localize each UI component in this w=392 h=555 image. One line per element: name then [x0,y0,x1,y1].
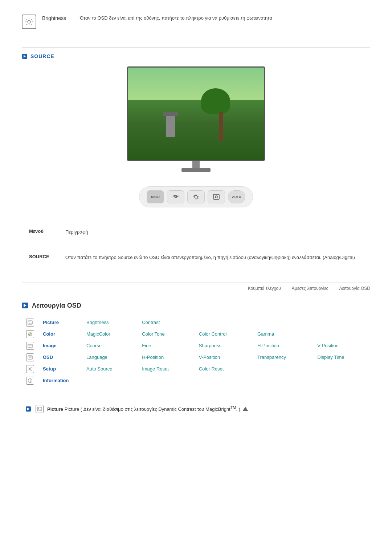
auto-button[interactable]: AUTO [228,190,245,203]
monitor-wrapper: SAMSUNG [127,66,265,172]
color-reset-link[interactable]: Color Reset [199,366,224,372]
color-menu-name: Color [43,331,55,337]
osd-menu-icon [28,355,33,360]
color-control-cell: Color Control [195,328,253,340]
picture-icon [28,320,33,325]
contrast-link[interactable]: Contrast [142,320,160,325]
svg-point-20 [215,196,217,198]
color-control-link[interactable]: Color Control [199,331,227,337]
table-row: Color MagicColor Color Tone Color Contro… [22,328,370,340]
table-row: OSD Language H-Position V-Position Trans… [22,352,370,363]
coarse-link[interactable]: Coarse [86,343,102,348]
info-icon-box [26,377,34,385]
divider-1 [22,47,370,48]
table-row: Picture Brightness Contrast [22,317,370,328]
source-menu-cell: SOURCE [29,254,65,262]
brightness-link[interactable]: Brightness [86,320,109,325]
osd-transparency-cell: Transparency [253,352,313,363]
information-menu-name: Information [43,378,69,383]
color-tone-cell: Color Tone [138,328,195,340]
image-hposition-link[interactable]: H-Position [257,343,279,348]
description-column-header: Περιγραφή [65,228,363,236]
image-reset-link[interactable]: Image Reset [142,366,169,372]
brightness-description: Όταν το OSD δεν είναι επί της οθόνης, πα… [80,15,370,22]
source-table-section: Μενού Περιγραφή SOURCE Όταν πατάτε το πλ… [22,218,370,272]
brightness-up-button[interactable] [187,190,205,203]
color-menu-cell: Color [38,328,82,340]
gamma-link[interactable]: Gamma [257,331,274,337]
picture-menu-name: Picture [43,320,59,325]
table-row: Setup Auto Source Image Reset Color Rese… [22,363,370,375]
table-row: Image Coarse Fine Sharpness H-Position V… [22,340,370,352]
osd-arrow-icon [22,302,28,309]
picture-empty2 [253,317,313,328]
info-empty1 [82,375,138,386]
monitor-area: SAMSUNG MENU [22,66,370,207]
image-menu-name: Image [43,343,57,348]
source-button[interactable] [208,190,225,203]
color-tone-link[interactable]: Color Tone [142,331,165,337]
osd-section-title: Λειτουργία OSD [32,302,81,309]
osd-icon-cell [22,352,38,363]
information-menu-cell: Information [38,375,82,386]
color-icon-box [26,330,34,338]
fine-link[interactable]: Fine [142,343,151,348]
tab-osd[interactable]: Λειτουργία OSD [339,286,370,291]
magic-color-link[interactable]: MagicColor [86,331,110,337]
picture-icon-box [26,319,34,327]
tree-trunk [219,112,223,141]
setup-colorreset-cell: Color Reset [195,363,253,375]
transparency-link[interactable]: Transparency [257,355,286,360]
svg-point-37 [30,379,30,380]
picture-contrast-cell: Contrast [138,317,195,328]
source-title: SOURCE [30,53,54,59]
auto-source-link[interactable]: Auto Source [86,366,113,372]
svg-point-24 [29,321,30,322]
brightness-label: Brightness [42,15,71,21]
brightness-down-button[interactable] [167,190,184,203]
sun-icon [25,17,33,26]
osd-hpos-cell: H-Position [138,352,195,363]
picture-menu-cell: Picture [38,317,82,328]
osd-vposition-link[interactable]: V-Position [199,355,220,360]
image-icon-cell [22,340,38,352]
picture-empty1 [195,317,253,328]
menu-column-header: Μενού [29,228,65,236]
color-empty [313,328,370,340]
sharpness-link[interactable]: Sharpness [199,343,221,348]
pagoda [166,115,175,137]
osd-language-cell: Language [82,352,138,363]
display-time-link[interactable]: Display Time [317,355,344,360]
svg-point-12 [195,195,197,198]
setup-icon-cell [22,363,38,375]
image-menu-cell: Image [38,340,82,352]
tab-direct[interactable]: Άμεσες λειτουργίες [292,286,328,291]
info-empty3 [195,375,253,386]
brightness-down-icon [172,194,179,200]
osd-hposition-link[interactable]: H-Position [142,355,164,360]
samsung-logo: SAMSUNG [187,161,207,161]
note-source-icon [25,406,32,412]
note-arrow-icon [25,406,31,412]
info-empty4 [253,375,313,386]
menu-button[interactable]: MENU [147,190,164,203]
svg-rect-19 [213,194,219,199]
setup-menu-name: Setup [43,366,56,372]
tab-controls[interactable]: Κουμπιά ελέγχου [248,286,281,291]
svg-point-34 [29,368,31,370]
svg-rect-27 [28,344,32,348]
svg-marker-25 [28,323,32,324]
osd-bottom-divider [22,394,370,394]
bottom-note: Picture Picture ( Δεν είναι διαθέσιμο στ… [22,401,370,417]
control-buttons-row: MENU [139,186,253,207]
image-vposition-link[interactable]: V-Position [317,343,339,348]
table-row: Information [22,375,370,386]
svg-line-7 [26,24,27,25]
source-arrow-icon [22,53,28,59]
osd-icon-box [26,353,34,361]
osd-displaytime-cell: Display Time [313,352,370,363]
osd-section: Λειτουργία OSD [22,302,370,417]
source-table-row: SOURCE Όταν πατάτε το πλήκτρο Source ενώ… [29,251,363,264]
source-section-header: SOURCE [22,53,370,59]
language-link[interactable]: Language [86,355,107,360]
